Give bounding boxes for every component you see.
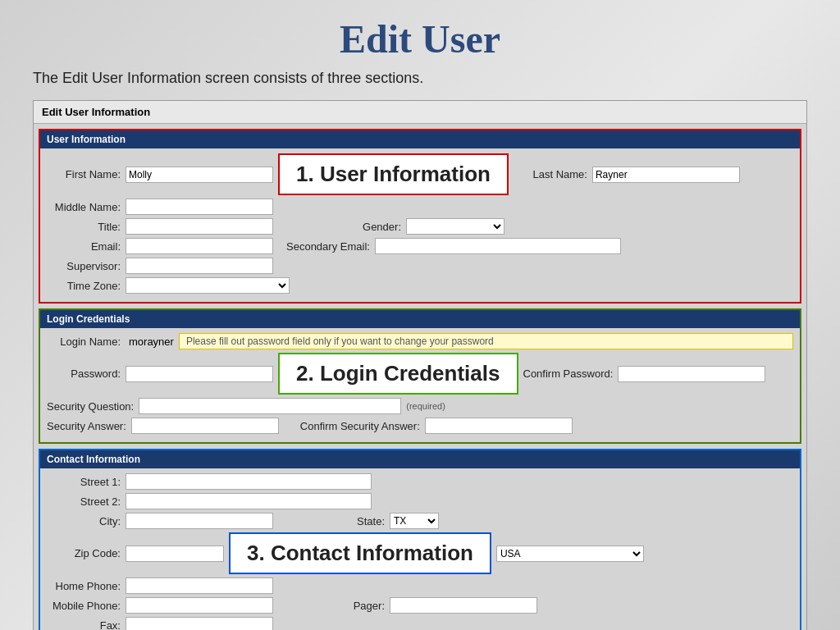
login-name-label: Login Name:: [47, 336, 121, 348]
secondary-email-label: Secondary Email:: [286, 240, 370, 253]
supervisor-label: Supervisor:: [47, 260, 121, 272]
login-row-3: Security Question: (required): [47, 398, 793, 414]
middle-name-input[interactable]: [126, 199, 273, 215]
security-question-input[interactable]: [139, 398, 401, 414]
home-phone-input[interactable]: [126, 578, 273, 594]
street1-label: Street 1:: [47, 476, 121, 488]
confirm-security-answer-label: Confirm Security Answer:: [300, 420, 420, 432]
state-label: State:: [311, 515, 385, 527]
first-name-input[interactable]: [126, 167, 273, 183]
security-question-note: (required): [406, 401, 445, 411]
fax-input[interactable]: [126, 617, 273, 630]
login-section-body: Login Name: morayner Please fill out pas…: [40, 328, 800, 442]
password-label: Password:: [47, 368, 121, 380]
login-section-header: Login Credentials: [40, 310, 800, 328]
user-row-3: Title: Gender: Male Female: [47, 218, 793, 235]
password-input[interactable]: [126, 366, 273, 382]
country-select[interactable]: USA: [496, 546, 644, 562]
timezone-label: Time Zone:: [47, 280, 121, 292]
contact-row-2: Street 2:: [47, 493, 793, 509]
street1-input[interactable]: [126, 473, 372, 490]
login-credentials-section: Login Credentials Login Name: morayner P…: [39, 308, 801, 444]
supervisor-input[interactable]: [126, 258, 273, 274]
user-row-1: First Name: 1. User Information Last Nam…: [47, 153, 793, 195]
secondary-email-input[interactable]: [375, 238, 621, 254]
first-name-label: First Name:: [47, 168, 121, 180]
login-row-2: Password: 2. Login Credentials Confirm P…: [47, 353, 793, 395]
login-row-4: Security Answer: Confirm Security Answer…: [47, 418, 793, 434]
city-label: City:: [47, 515, 121, 527]
mobile-phone-input[interactable]: [126, 597, 273, 614]
login-annotation: 2. Login Credentials: [278, 353, 518, 395]
timezone-select[interactable]: [126, 277, 290, 294]
form-header: Edit User Information: [34, 101, 806, 124]
contact-section-header: Contact Information: [40, 450, 800, 468]
user-row-4: Email: Secondary Email:: [47, 238, 793, 254]
pager-input[interactable]: [390, 597, 537, 614]
zip-input[interactable]: [126, 546, 224, 562]
user-annotation: 1. User Information: [278, 153, 509, 195]
middle-name-label: Middle Name:: [47, 201, 121, 213]
security-answer-input[interactable]: [131, 418, 279, 434]
user-information-section: User Information First Name: 1. User Inf…: [39, 129, 801, 304]
title-label: Title:: [47, 221, 121, 233]
contact-row-5: Home Phone:: [47, 578, 793, 594]
user-row-5: Supervisor:: [47, 258, 793, 274]
confirm-password-input[interactable]: [618, 366, 765, 382]
user-row-6: Time Zone:: [47, 277, 793, 294]
state-select[interactable]: TX: [390, 513, 439, 529]
gender-label: Gender:: [327, 221, 401, 233]
contact-information-section: Contact Information Street 1: Street 2: …: [39, 449, 801, 630]
password-warning: Please fill out password field only if y…: [179, 333, 793, 349]
home-phone-label: Home Phone:: [47, 580, 121, 592]
city-input[interactable]: [126, 513, 273, 529]
confirm-password-label: Confirm Password:: [523, 368, 614, 380]
pager-label: Pager:: [311, 600, 385, 612]
street2-label: Street 2:: [47, 495, 121, 508]
user-section-body: First Name: 1. User Information Last Nam…: [40, 148, 800, 302]
email-input[interactable]: [126, 238, 273, 254]
contact-row-4: Zip Code: 3. Contact Information USA: [47, 532, 793, 574]
mobile-phone-label: Mobile Phone:: [47, 600, 121, 612]
contact-row-7: Fax:: [47, 617, 793, 630]
zip-label: Zip Code:: [47, 547, 121, 559]
page-title: Edit User: [33, 16, 807, 62]
title-input[interactable]: [126, 218, 273, 235]
form-container: Edit User Information User Information F…: [33, 100, 807, 630]
security-question-label: Security Question:: [47, 400, 134, 413]
login-row-1: Login Name: morayner Please fill out pas…: [47, 333, 793, 349]
page-subtitle: The Edit User Information screen consist…: [33, 70, 807, 87]
confirm-security-answer-input[interactable]: [425, 418, 573, 434]
last-name-input[interactable]: [592, 167, 740, 183]
user-section-header: User Information: [40, 130, 800, 148]
login-name-value: morayner: [129, 336, 174, 348]
contact-row-6: Mobile Phone: Pager:: [47, 597, 793, 614]
contact-annotation: 3. Contact Information: [229, 532, 491, 574]
last-name-label: Last Name:: [514, 168, 587, 180]
fax-label: Fax:: [47, 619, 121, 631]
gender-select[interactable]: Male Female: [406, 218, 504, 235]
contact-row-1: Street 1:: [47, 473, 793, 490]
user-row-2: Middle Name:: [47, 199, 793, 215]
street2-input[interactable]: [126, 493, 372, 509]
contact-section-body: Street 1: Street 2: City: State: TX Zip …: [40, 468, 800, 630]
email-label: Email:: [47, 240, 121, 253]
contact-row-3: City: State: TX: [47, 513, 793, 529]
security-answer-label: Security Answer:: [47, 420, 126, 432]
